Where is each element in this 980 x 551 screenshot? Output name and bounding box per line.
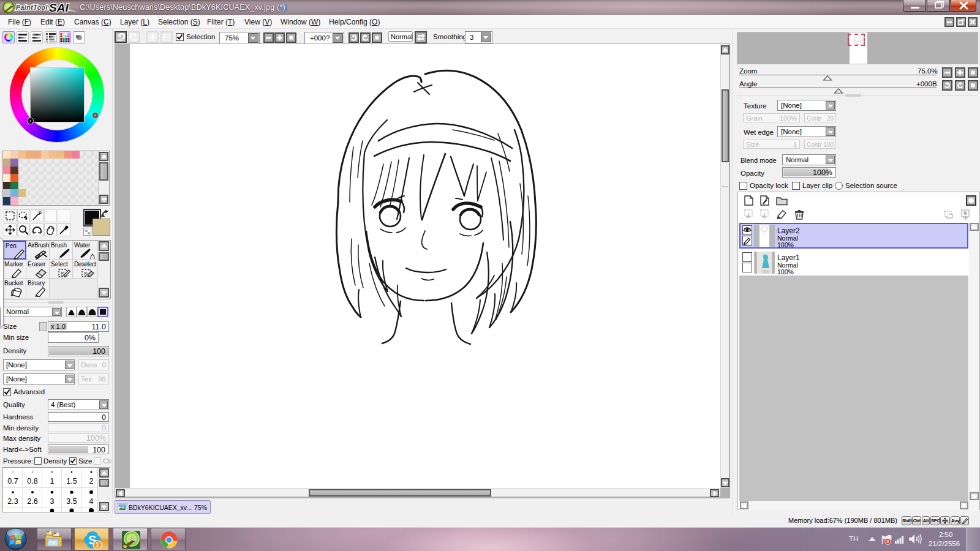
svg-text:2.3: 2.3	[7, 497, 18, 506]
svg-text:4: 4	[89, 497, 94, 506]
svg-text:3: 3	[50, 497, 55, 506]
svg-text:1: 1	[96, 542, 99, 549]
svg-text:0.7: 0.7	[7, 477, 18, 485]
svg-text:2.6: 2.6	[27, 497, 37, 506]
svg-text:0.8: 0.8	[27, 477, 37, 485]
svg-text:3.5: 3.5	[66, 497, 77, 506]
svg-text:1.5: 1.5	[66, 477, 77, 485]
svg-text:2: 2	[89, 477, 94, 485]
svg-text:1: 1	[50, 477, 55, 485]
svg-text:S: S	[84, 271, 88, 277]
svg-text:PaintTool: PaintTool	[16, 4, 48, 11]
svg-text:SAI: SAI	[49, 1, 69, 14]
